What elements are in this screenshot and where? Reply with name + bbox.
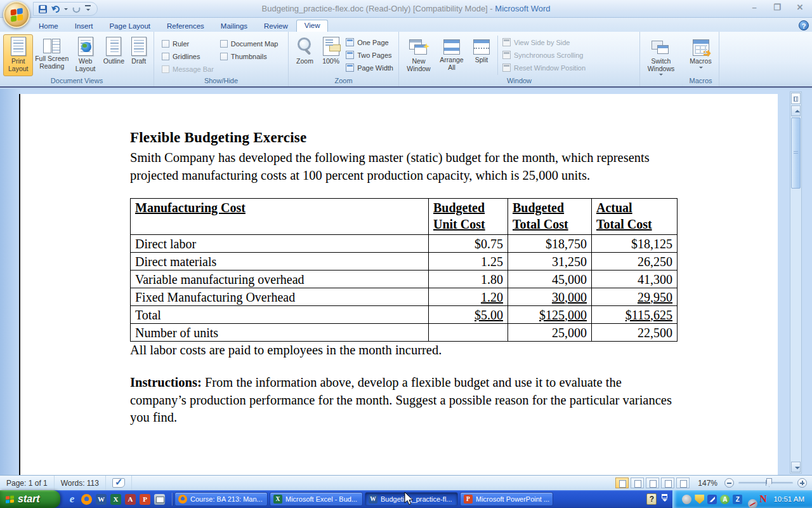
title-bar: Budgeting_practice-flex.doc (Read-Only) … (0, 0, 812, 18)
table-row-fixed-overhead: Fixed Manufacturing Overhead 1.20 30,000… (131, 288, 678, 306)
minimize-button[interactable]: – (746, 3, 763, 14)
tab-review[interactable]: Review (256, 20, 296, 32)
one-page-button[interactable]: One Page (344, 37, 395, 48)
zoom-level[interactable]: 147% (698, 479, 717, 488)
tab-references[interactable]: References (159, 20, 213, 32)
scrollbar-thumb[interactable] (791, 117, 801, 189)
collapse-tray-icon[interactable] (662, 494, 667, 504)
antivirus-shield-icon[interactable] (695, 495, 704, 504)
start-button[interactable]: start (0, 490, 60, 508)
cell: Variable manufacturing overhead (131, 271, 429, 288)
scroll-down-icon[interactable] (791, 462, 801, 472)
full-screen-reading-button[interactable]: Full Screen Reading (33, 34, 70, 76)
status-bar-right: 147% (615, 478, 812, 488)
new-window-button[interactable]: New Window (402, 34, 435, 76)
table-row-direct-materials: Direct materials 1.25 31,250 26,250 (131, 253, 678, 271)
undo-dropdown-icon[interactable] (64, 8, 68, 12)
tab-home[interactable]: Home (30, 20, 67, 32)
customize-qat-button[interactable] (85, 5, 91, 13)
tray-z-icon[interactable]: Z (733, 495, 742, 504)
tray-green-icon[interactable]: A (720, 495, 730, 504)
macros-button[interactable]: Macros (686, 34, 716, 76)
ruler-toggle-icon[interactable] (791, 93, 801, 104)
word-icon[interactable]: W (96, 494, 107, 505)
print-layout-button[interactable]: Print Layout (3, 34, 33, 76)
status-bar: Page: 1 of 1 Words: 113 ✓ 147% (0, 475, 812, 490)
tray-network-icon[interactable] (707, 495, 717, 504)
outline-view-icon[interactable] (661, 478, 674, 488)
task-powerpoint[interactable]: P Microsoft PowerPoint ... (460, 492, 553, 506)
cell: 29,950 (592, 288, 678, 306)
print-layout-view-icon[interactable] (615, 478, 629, 488)
full-screen-reading-view-icon[interactable] (631, 478, 644, 488)
switch-windows-button[interactable]: Switch Windows (643, 34, 679, 78)
synchronous-scrolling-button: Synchronous Scrolling (501, 50, 587, 60)
cell: $18,750 (508, 235, 592, 253)
budget-table: Manufacturing Cost BudgetedUnit Cost Bud… (130, 198, 678, 342)
tab-insert[interactable]: Insert (67, 20, 102, 32)
page-indicator[interactable]: Page: 1 of 1 (0, 476, 55, 490)
zoom-slider-handle[interactable] (766, 478, 772, 487)
arrange-all-button[interactable]: Arrange All (435, 34, 468, 76)
task-excel[interactable]: X Microsoft Excel - Bud... (270, 492, 363, 506)
tab-view[interactable]: View (296, 20, 329, 32)
instructions-paragraph: Instructions: From the information above… (130, 374, 681, 427)
internet-explorer-icon[interactable]: e (67, 494, 77, 505)
redo-button[interactable] (72, 5, 81, 13)
tray-app-icon[interactable] (682, 495, 691, 504)
close-button[interactable]: ✕ (792, 3, 808, 14)
new-window-icon (409, 39, 428, 56)
draft-view-icon[interactable] (676, 478, 690, 488)
window-controls: – ❐ ✕ (746, 3, 808, 14)
zoom-out-icon[interactable] (724, 478, 734, 488)
app-name: Microsoft Word (495, 4, 550, 13)
arrange-all-icon (443, 39, 460, 55)
office-button[interactable] (3, 1, 30, 28)
excel-icon[interactable]: X (110, 494, 121, 505)
page-width-button[interactable]: Page Width (344, 62, 395, 73)
zoom-slider[interactable] (738, 482, 793, 484)
help-icon[interactable]: ? (799, 20, 809, 30)
restore-button[interactable]: ❐ (769, 3, 785, 14)
two-pages-button[interactable]: Two Pages (344, 50, 395, 60)
vertical-scrollbar[interactable] (790, 91, 802, 474)
access-icon[interactable]: A (125, 494, 136, 505)
firefox-icon (178, 495, 187, 504)
powerpoint-icon[interactable]: P (140, 494, 150, 505)
firefox-icon[interactable] (81, 494, 92, 505)
windows-flag-icon (6, 495, 14, 503)
document-page[interactable]: Flexible Budgeting Exercise Smith Compan… (19, 94, 778, 475)
undo-button[interactable] (51, 5, 60, 13)
ruler-checkbox[interactable]: Ruler (162, 38, 214, 49)
gridlines-checkbox[interactable]: Gridlines (162, 51, 214, 62)
document-map-checkbox[interactable]: Document Map (220, 38, 278, 49)
draft-button[interactable]: Draft (127, 34, 150, 76)
word-count[interactable]: Words: 113 (55, 476, 106, 490)
tab-page-layout[interactable]: Page Layout (101, 20, 159, 32)
thumbnails-checkbox[interactable]: Thumbnails (220, 51, 278, 62)
draft-icon (131, 37, 147, 56)
spellcheck-status[interactable]: ✓ (106, 476, 132, 490)
switch-windows-icon (652, 39, 671, 56)
web-layout-view-icon[interactable] (646, 478, 659, 488)
show-desktop-icon[interactable] (154, 494, 165, 505)
split-button[interactable]: Split (468, 34, 495, 76)
zoom-button[interactable]: Zoom (292, 34, 318, 76)
spellcheck-icon: ✓ (112, 478, 125, 488)
zoom-in-icon[interactable] (797, 478, 807, 488)
tab-mailings[interactable]: Mailings (213, 20, 256, 32)
system-tray: A Z N 10:51 AM (672, 490, 812, 508)
netscape-icon[interactable]: N (758, 495, 768, 504)
quick-access-toolbar (33, 2, 98, 16)
cell (429, 324, 508, 342)
save-icon[interactable] (39, 5, 47, 13)
cell: 1.80 (429, 271, 508, 288)
task-firefox-course[interactable]: Course: BA 213: Man... (174, 492, 268, 506)
scroll-up-icon[interactable] (791, 105, 801, 116)
zoom-100-button[interactable]: 100% (318, 34, 344, 76)
tray-globe-icon[interactable] (748, 499, 757, 508)
help-tray-icon[interactable]: ? (646, 493, 657, 505)
web-layout-button[interactable]: Web Layout (70, 34, 100, 76)
outline-button[interactable]: Outline (100, 34, 127, 76)
table-row-variable-overhead: Variable manufacturing overhead 1.80 45,… (131, 271, 678, 288)
